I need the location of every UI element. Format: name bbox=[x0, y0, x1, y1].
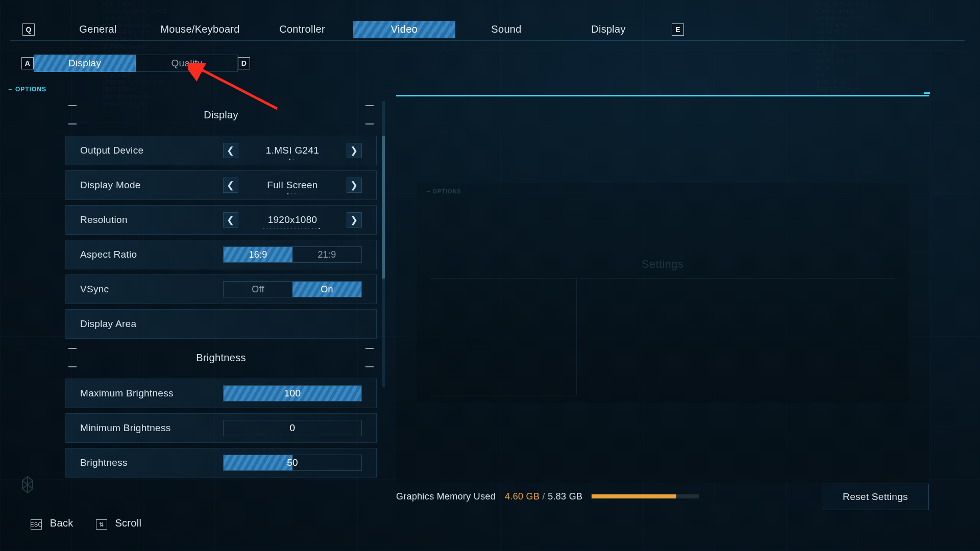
value-brightness: 50 bbox=[287, 457, 298, 468]
arrow-left-icon[interactable]: ❮ bbox=[223, 143, 238, 158]
label-min-brightness: Minimum Brightness bbox=[80, 422, 223, 434]
top-tab-bar: Q General Mouse/Keyboard Controller Vide… bbox=[10, 18, 965, 41]
scrollbar-thumb[interactable] bbox=[382, 136, 385, 279]
toggle-aspect-ratio[interactable]: 16:9 21:9 bbox=[223, 246, 362, 263]
label-aspect-ratio: Aspect Ratio bbox=[80, 249, 223, 260]
tab-sound[interactable]: Sound bbox=[455, 21, 557, 38]
opt-vsync-off[interactable]: Off bbox=[224, 282, 292, 297]
opt-vsync-on[interactable]: On bbox=[292, 282, 361, 297]
keycap-d: D bbox=[238, 57, 250, 69]
tab-controller[interactable]: Controller bbox=[251, 21, 353, 38]
keycap-q: Q bbox=[22, 23, 35, 36]
gpu-sep: / bbox=[543, 491, 548, 502]
tab-display[interactable]: Display bbox=[557, 21, 659, 38]
row-min-brightness[interactable]: Minimum Brightness 0 bbox=[65, 413, 377, 443]
preview-title: Settings bbox=[642, 258, 683, 271]
sub-tab-bar: A Display Quality D bbox=[21, 54, 250, 72]
tab-general[interactable]: General bbox=[47, 21, 149, 38]
footer-hints: ESC Back ⇅ Scroll bbox=[31, 517, 141, 530]
dots-display-mode: ••• bbox=[238, 191, 347, 196]
opt-16-9[interactable]: 16:9 bbox=[224, 247, 292, 262]
slider-max-brightness[interactable]: 100 bbox=[223, 385, 362, 402]
gpu-total: 5.83 GB bbox=[548, 491, 582, 502]
row-max-brightness[interactable]: Maximum Brightness 100 bbox=[65, 379, 377, 408]
gpu-bar bbox=[592, 494, 699, 498]
label-max-brightness: Maximum Brightness bbox=[80, 388, 223, 399]
value-min-brightness: 0 bbox=[290, 422, 296, 434]
row-brightness[interactable]: Brightness 50 bbox=[65, 448, 377, 478]
preview-inner: OPTIONS Settings bbox=[416, 183, 909, 403]
tab-video[interactable]: Video bbox=[353, 21, 455, 38]
arrow-left-icon[interactable]: ❮ bbox=[223, 178, 238, 193]
value-output-device: 1.MSI G241 •• bbox=[238, 145, 347, 156]
toggle-vsync[interactable]: Off On bbox=[223, 281, 362, 297]
reset-settings-button[interactable]: Reset Settings bbox=[822, 484, 929, 510]
options-label: OPTIONS bbox=[8, 86, 46, 93]
keycap-esc: ESC bbox=[31, 519, 42, 530]
section-display-label: Display bbox=[204, 109, 238, 121]
row-resolution[interactable]: Resolution ❮ 980x551 •••••••••••••••••… bbox=[65, 205, 377, 235]
gpu-label: Graphics Memory Used bbox=[396, 491, 496, 502]
arrow-right-icon[interactable]: ❯ bbox=[347, 178, 362, 193]
row-output-device[interactable]: Output Device ❮ 1.MSI G241 •• ❯ bbox=[65, 136, 377, 165]
row-vsync[interactable]: VSync Off On bbox=[65, 274, 377, 304]
tab-mouse-keyboard[interactable]: Mouse/Keyboard bbox=[149, 21, 251, 38]
arrow-right-icon[interactable]: ❯ bbox=[347, 212, 362, 228]
keycap-a: A bbox=[21, 57, 34, 69]
section-brightness: Brightness bbox=[65, 344, 377, 371]
label-display-mode: Display Mode bbox=[80, 180, 223, 191]
subtab-display[interactable]: Display bbox=[34, 55, 136, 72]
row-aspect-ratio[interactable]: Aspect Ratio 16:9 21:9 bbox=[65, 240, 377, 269]
dots-resolution: ••••••••••••••••• bbox=[238, 226, 347, 231]
settings-scrollbar[interactable] bbox=[382, 101, 385, 387]
arrow-left-icon[interactable]: ❮ bbox=[223, 212, 238, 228]
label-output-device: Output Device bbox=[80, 145, 223, 156]
label-vsync: VSync bbox=[80, 284, 223, 295]
section-brightness-label: Brightness bbox=[196, 352, 246, 364]
hint-scroll: ⇅ Scroll bbox=[96, 517, 142, 530]
settings-panel: Display Output Device ❮ 1.MSI G241 •• ❯ … bbox=[65, 101, 377, 490]
opt-21-9[interactable]: 21:9 bbox=[292, 247, 361, 262]
value-display-mode: Full Screen ••• bbox=[238, 180, 347, 191]
label-resolution: Resolution bbox=[80, 214, 223, 226]
row-display-area[interactable]: Display Area bbox=[65, 309, 377, 339]
slider-min-brightness[interactable]: 0 bbox=[223, 420, 362, 436]
preview-panel: OPTIONS Settings bbox=[396, 95, 929, 483]
label-brightness: Brightness bbox=[80, 457, 223, 468]
arrow-right-icon[interactable]: ❯ bbox=[347, 143, 362, 158]
label-display-area: Display Area bbox=[80, 318, 223, 330]
keycap-scroll-icon: ⇅ bbox=[96, 519, 107, 530]
hint-back[interactable]: ESC Back bbox=[31, 517, 74, 530]
dots-output-device: •• bbox=[238, 157, 347, 161]
value-resolution: 980x551 ••••••••••••••••• bbox=[238, 214, 347, 226]
slider-brightness[interactable]: 50 bbox=[223, 455, 362, 471]
section-display: Display bbox=[65, 101, 377, 129]
subtab-quality[interactable]: Quality bbox=[136, 55, 238, 72]
gpu-memory: Graphics Memory Used 4.60 GB / 5.83 GB bbox=[396, 489, 699, 504]
gpu-used: 4.60 GB bbox=[505, 491, 540, 502]
game-logo-icon bbox=[17, 474, 38, 495]
preview-tag: OPTIONS bbox=[427, 188, 461, 194]
row-display-mode[interactable]: Display Mode ❮ Full Screen ••• ❯ bbox=[65, 170, 377, 200]
keycap-e: E bbox=[672, 23, 684, 36]
value-max-brightness: 100 bbox=[284, 388, 301, 399]
